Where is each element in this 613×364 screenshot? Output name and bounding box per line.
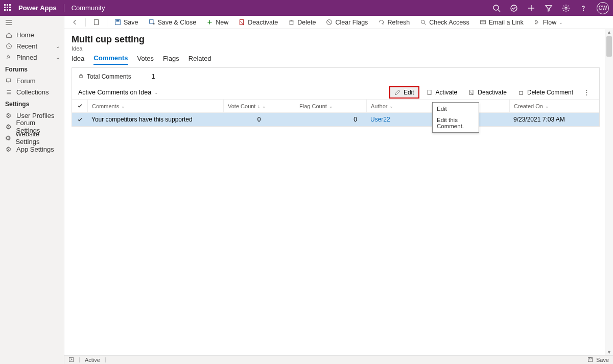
nav-recent[interactable]: Recent⌄: [0, 40, 64, 52]
chevron-down-icon: ⌄: [121, 104, 125, 109]
flow-button[interactable]: Flow⌄: [530, 16, 567, 29]
gear-icon: ⚙: [5, 145, 12, 153]
deactivate-button[interactable]: Deactivate: [234, 16, 282, 29]
action-label: Delete Comment: [527, 89, 573, 96]
refresh-button[interactable]: Refresh: [374, 16, 414, 29]
tab-comments[interactable]: Comments: [93, 52, 128, 65]
separator: [105, 357, 106, 362]
gear-icon: ⚙: [5, 123, 12, 131]
table-row[interactable]: Your competitors have this supported 0 0…: [72, 113, 599, 126]
scroll-thumb[interactable]: [606, 36, 612, 57]
nav-label: Pinned: [16, 54, 37, 61]
task-icon[interactable]: [510, 4, 518, 12]
activate-button[interactable]: Activate: [422, 87, 462, 98]
add-icon[interactable]: [527, 4, 535, 12]
view-name-label: Active Comments on Idea: [78, 89, 151, 96]
col-flag-count[interactable]: Flag Count⌄: [295, 100, 366, 112]
svg-line-1: [498, 10, 500, 12]
vertical-scrollbar[interactable]: ▲ ▼: [605, 29, 613, 355]
action-label: Edit: [404, 89, 414, 96]
total-comments-label: Total Comments: [87, 73, 131, 80]
separator: [79, 357, 80, 362]
scroll-up-icon[interactable]: ▲: [605, 30, 613, 35]
clock-icon: [5, 43, 12, 50]
scroll-down-icon[interactable]: ▼: [605, 350, 613, 355]
form-selector[interactable]: [89, 16, 104, 29]
nav-label: App Settings: [16, 145, 54, 153]
deactivate-row-button[interactable]: Deactivate: [464, 87, 511, 98]
app-launcher-icon[interactable]: [4, 4, 12, 12]
svg-rect-31: [80, 75, 83, 77]
nav-forum[interactable]: Forum: [0, 75, 64, 86]
nav-collections[interactable]: Collections: [0, 86, 64, 98]
pin-icon: [5, 54, 12, 61]
user-avatar[interactable]: CW: [597, 2, 609, 14]
gear-icon: ⚙: [5, 134, 11, 142]
cmd-label: Check Access: [429, 19, 469, 26]
filter-icon[interactable]: [545, 4, 553, 12]
svg-rect-38: [588, 357, 592, 361]
nav-label: Forum: [16, 77, 36, 85]
nav-label: Collections: [16, 88, 49, 96]
view-selector[interactable]: Active Comments on Idea ⌄: [78, 89, 158, 96]
svg-rect-23: [290, 21, 294, 25]
help-icon[interactable]: [579, 4, 587, 12]
nav-group-forums: Forums: [0, 63, 64, 75]
page-header: Multi cup setting Idea: [64, 29, 613, 52]
select-all-checkbox[interactable]: [72, 100, 87, 112]
save-footer-label[interactable]: Save: [596, 357, 609, 363]
cmd-label: Delete: [297, 19, 316, 26]
chevron-down-icon: ⌄: [559, 20, 563, 25]
more-actions-button[interactable]: ⋮: [580, 88, 593, 96]
context-label[interactable]: Community: [72, 4, 105, 12]
col-comments[interactable]: Comments⌄: [87, 100, 223, 112]
search-icon[interactable]: [492, 4, 501, 12]
expand-icon[interactable]: [68, 357, 74, 363]
col-label: Created On: [514, 103, 543, 109]
svg-rect-39: [589, 357, 591, 359]
col-label: Comments: [92, 103, 119, 109]
clear-flags-button[interactable]: Clear Flags: [322, 16, 372, 29]
save-footer-icon[interactable]: [587, 357, 593, 363]
col-created-on[interactable]: Created On⌄: [509, 100, 599, 112]
svg-line-29: [424, 23, 426, 25]
cmd-label: Clear Flags: [335, 19, 368, 26]
new-button[interactable]: New: [202, 16, 232, 29]
check-access-button[interactable]: Check Access: [416, 16, 474, 29]
col-vote-count[interactable]: Vote Count↓⌄: [223, 100, 295, 112]
nav-label: User Profiles: [16, 112, 54, 119]
nav-toggle[interactable]: [0, 16, 64, 29]
delete-comment-button[interactable]: Delete Comment: [514, 87, 577, 98]
svg-rect-35: [520, 91, 523, 94]
separator: [85, 18, 86, 27]
header-divider: [64, 4, 64, 12]
nav-website-settings[interactable]: ⚙Website Settings: [0, 132, 64, 143]
status-bar: Active Save: [64, 355, 613, 364]
tab-related[interactable]: Related: [188, 53, 211, 64]
tab-idea[interactable]: Idea: [72, 53, 84, 64]
form-tabs: Idea Comments Votes Flags Related: [64, 51, 613, 65]
tooltip-desc: Edit this Comment.: [437, 117, 475, 129]
nav-home[interactable]: Home: [0, 29, 64, 40]
separator: [107, 18, 107, 27]
settings-icon[interactable]: [562, 4, 570, 12]
row-checkbox[interactable]: [72, 117, 87, 123]
tab-flags[interactable]: Flags: [163, 53, 179, 64]
save-close-button[interactable]: Save & Close: [145, 16, 201, 29]
back-button[interactable]: [67, 16, 82, 29]
tab-votes[interactable]: Votes: [137, 53, 154, 64]
edit-button[interactable]: Edit: [389, 86, 419, 99]
cmd-label: New: [216, 19, 228, 26]
status-state: Active: [85, 357, 100, 363]
svg-rect-11: [6, 79, 10, 82]
delete-button[interactable]: Delete: [284, 16, 320, 29]
svg-rect-32: [428, 90, 431, 94]
save-button[interactable]: Save: [110, 16, 143, 29]
forum-icon: [5, 78, 12, 84]
cmd-label: Deactivate: [248, 19, 278, 26]
email-link-button[interactable]: Email a Link: [476, 16, 528, 29]
cmd-label: Save & Close: [158, 19, 197, 26]
cell-vote: 0: [223, 116, 295, 123]
gear-icon: ⚙: [5, 112, 12, 119]
nav-pinned[interactable]: Pinned⌄: [0, 52, 64, 63]
